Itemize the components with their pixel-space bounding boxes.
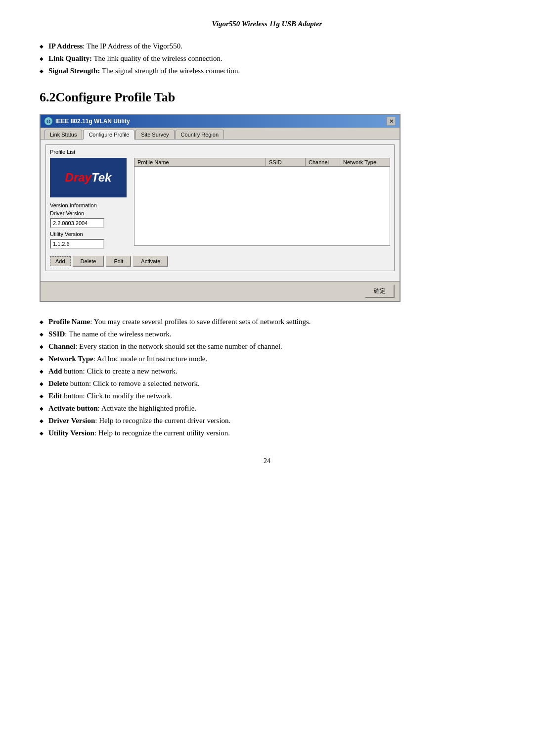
tab-link-status[interactable]: Link Status (44, 130, 82, 139)
window-tabs: Link Status Configure Profile Site Surve… (41, 128, 400, 140)
left-panel: DrayTek Version Information Driver Versi… (50, 158, 129, 252)
bullet-profile-name: Profile Name: You may create several pro… (40, 318, 494, 326)
bullet-channel: Channel: Every station in the network sh… (40, 342, 494, 351)
edit-button[interactable]: Edit (106, 256, 131, 267)
version-info-label: Version Information (50, 202, 129, 208)
profile-list-label: Profile List (50, 149, 390, 155)
col-ssid: SSID (266, 158, 306, 166)
window-footer: 確定 (41, 281, 400, 301)
window-icon: ◎ (44, 117, 52, 125)
bullet-bold: IP Address: The IP Address of the Vigor5… (48, 42, 182, 50)
profile-table-header: Profile Name SSID Channel Network Type (134, 158, 390, 167)
bullet-signal-strength: Signal Strength: The signal strength of … (40, 67, 494, 75)
col-network-type: Network Type (340, 158, 390, 166)
tab-configure-profile[interactable]: Configure Profile (83, 130, 134, 140)
section-title: 6.2Configure Profile Tab (40, 90, 494, 105)
profile-content: DrayTek Version Information Driver Versi… (50, 158, 390, 252)
bullet-utility-version: Utility Version: Help to recognize the c… (40, 429, 494, 437)
bottom-bullet-list: Profile Name: You may create several pro… (40, 318, 494, 437)
close-button[interactable]: ✕ (387, 117, 396, 126)
col-channel: Channel (306, 158, 340, 166)
bullet-ip-address: IP Address: The IP Address of the Vigor5… (40, 42, 494, 50)
profile-list-group: Profile List DrayTek Version Information… (45, 144, 395, 271)
bullet-edit: Edit button: Click to modify the network… (40, 392, 494, 400)
bullet-network-type: Network Type: Ad hoc mode or Infrastruct… (40, 355, 494, 363)
page-number: 24 (40, 457, 494, 465)
bullet-driver-version: Driver Version: Help to recognize the cu… (40, 417, 494, 425)
window-body: Profile List DrayTek Version Information… (41, 140, 400, 281)
top-bullet-list: IP Address: The IP Address of the Vigor5… (40, 42, 494, 75)
bullet-delete: Delete button: Click to remove a selecte… (40, 379, 494, 388)
bullet-bold: Link Quality: The link quality of the wi… (48, 54, 222, 63)
window-titlebar: ◎ IEEE 802.11g WLAN Utility ✕ (41, 115, 400, 128)
draytek-logo: DrayTek (50, 158, 127, 197)
window-title: IEEE 802.11g WLAN Utility (55, 118, 130, 125)
bullet-ssid: SSID: The name of the wireless network. (40, 330, 494, 338)
bullet-activate: Activate button: Activate the highlighte… (40, 404, 494, 413)
confirm-button[interactable]: 確定 (365, 284, 395, 298)
page-header: Vigor550 Wireless 11g USB Adapter (40, 20, 494, 28)
utility-version-label: Utility Version (50, 231, 129, 237)
right-panel: Profile Name SSID Channel Network Type (134, 158, 390, 252)
bullet-bold: Signal Strength: The signal strength of … (48, 67, 240, 75)
delete-button[interactable]: Delete (73, 256, 104, 267)
logo-tek: Tek (91, 171, 111, 184)
titlebar-left: ◎ IEEE 802.11g WLAN Utility (44, 117, 130, 125)
tab-country-region[interactable]: Country Region (176, 130, 224, 139)
bullet-link-quality: Link Quality: The link quality of the wi… (40, 54, 494, 63)
tab-site-survey[interactable]: Site Survey (135, 130, 174, 139)
driver-version-value: 2.2.0803.2004 (50, 218, 104, 228)
bullet-add: Add button: Click to create a new networ… (40, 367, 494, 376)
activate-button[interactable]: Activate (133, 256, 168, 267)
wlan-utility-window: ◎ IEEE 802.11g WLAN Utility ✕ Link Statu… (40, 114, 400, 302)
add-button[interactable]: Add (50, 256, 71, 266)
col-profile-name: Profile Name (134, 158, 266, 166)
action-buttons: Add Delete Edit Activate (50, 256, 390, 267)
profile-table-body (134, 167, 390, 246)
driver-version-label: Driver Version (50, 210, 129, 216)
logo-dray: Dray (65, 171, 91, 184)
utility-version-value: 1.1.2.6 (50, 239, 104, 249)
